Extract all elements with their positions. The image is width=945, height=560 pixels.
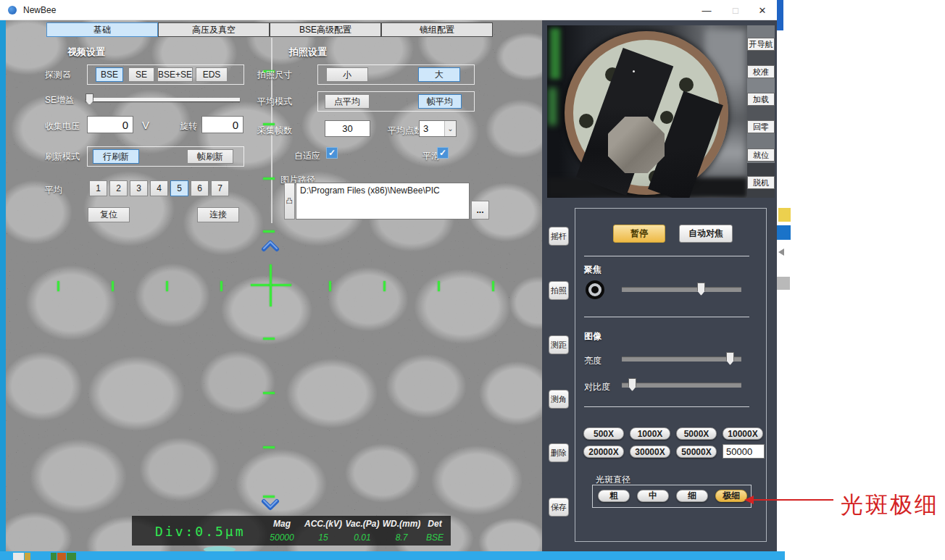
taskbar-icon[interactable] <box>25 553 30 560</box>
reticle-tick <box>166 281 168 291</box>
spot-medium-button[interactable]: 中 <box>637 490 669 502</box>
status-header: Vac.(Pa) <box>344 519 381 529</box>
taskbar-icon[interactable] <box>67 553 76 560</box>
stage-home-button[interactable]: 回零 <box>747 120 775 133</box>
autofocus-button[interactable]: 自动对焦 <box>679 225 733 243</box>
reticle-tick <box>112 281 114 291</box>
focus-label: 聚焦 <box>584 264 601 276</box>
spot-coarse-button[interactable]: 粗 <box>598 490 630 502</box>
stage-load-button[interactable]: 加载 <box>747 93 775 106</box>
frames-input[interactable] <box>325 120 370 137</box>
stage-calibrate-button[interactable]: 校准 <box>747 65 775 78</box>
refresh-frame-button[interactable]: 帧刷新 <box>187 149 233 164</box>
stage-nav-button[interactable]: 开导航 <box>747 38 775 51</box>
average-1-button[interactable]: 1 <box>89 180 107 196</box>
rotation-input[interactable] <box>201 116 243 133</box>
background-window-fragment <box>777 277 790 290</box>
se-gain-slider[interactable] <box>86 98 240 101</box>
chamber-camera-view <box>547 25 747 198</box>
avg-frame-button[interactable]: 帧平均 <box>418 94 462 109</box>
spot-fine-button[interactable]: 细 <box>676 490 708 502</box>
spot-extrafine-button[interactable]: 极细 <box>715 490 747 502</box>
background-window-fragment <box>777 225 791 240</box>
reticle-tick <box>263 338 275 340</box>
status-header: Det <box>422 519 448 529</box>
mag-500x-button[interactable]: 500X <box>583 427 624 440</box>
avg-point-button[interactable]: 点平均 <box>325 94 370 109</box>
brightness-label: 亮度 <box>584 355 601 367</box>
mag-5000x-button[interactable]: 5000X <box>676 427 717 440</box>
mag-20000x-button[interactable]: 20000X <box>583 446 624 458</box>
focus-slider[interactable] <box>622 287 741 292</box>
screen: NewBee — □ ✕ <box>0 0 945 560</box>
size-small-button[interactable]: 小 <box>326 67 368 82</box>
taskbar[interactable] <box>0 551 785 560</box>
measure-angle-button[interactable]: 测角 <box>549 390 569 409</box>
reset-button[interactable]: 复位 <box>88 207 130 222</box>
mag-50000x-button[interactable]: 50000X <box>676 446 717 458</box>
background-window-fragment <box>777 0 783 30</box>
average-6-button[interactable]: 6 <box>191 180 209 196</box>
mag-30000x-button[interactable]: 30000X <box>630 446 670 458</box>
connect-button[interactable]: 连接 <box>197 207 239 222</box>
minimize-button[interactable]: — <box>692 0 721 20</box>
stage-inplace-button[interactable]: 就位 <box>747 149 775 162</box>
average-2-button[interactable]: 2 <box>109 180 128 196</box>
average-5-button[interactable]: 5 <box>170 180 188 196</box>
mag-1000x-button[interactable]: 1000X <box>630 427 670 440</box>
tab-basic[interactable]: 基础 <box>46 22 158 37</box>
browse-button[interactable]: ... <box>471 201 489 220</box>
contrast-slider-thumb[interactable] <box>628 378 636 391</box>
mag-10000x-button[interactable]: 10000X <box>723 427 763 440</box>
refresh-line-button[interactable]: 行刷新 <box>93 149 139 164</box>
average-4-button[interactable]: 4 <box>150 180 168 196</box>
path-pin-icon[interactable]: 凸 <box>284 183 295 220</box>
reticle-tick <box>263 496 275 498</box>
delete-button[interactable]: 删除 <box>549 443 569 462</box>
collect-voltage-input[interactable] <box>87 116 133 133</box>
stage-offline-button[interactable]: 脱机 <box>747 176 775 189</box>
smooth-checkbox[interactable]: ✓ <box>437 147 449 159</box>
brightness-slider-thumb[interactable] <box>726 352 734 365</box>
tab-bse-advanced[interactable]: BSE高级配置 <box>270 22 381 37</box>
pause-button[interactable]: 暂停 <box>613 225 665 243</box>
detector-bse-se-button[interactable]: BSE+SE <box>157 67 193 82</box>
taskbar-icon[interactable] <box>57 553 66 560</box>
maximize-button[interactable]: □ <box>721 0 750 20</box>
tab-hv-vacuum[interactable]: 高压及真空 <box>158 22 270 37</box>
path-field[interactable]: D:\Program Files (x86)\NewBee\PIC <box>296 183 470 220</box>
average-3-button[interactable]: 3 <box>130 180 148 196</box>
contrast-label: 对比度 <box>584 381 610 393</box>
brightness-slider[interactable] <box>622 356 741 362</box>
capture-button[interactable]: 拍照 <box>549 281 569 300</box>
taskbar-icon[interactable] <box>13 553 24 560</box>
taskbar-icon[interactable] <box>51 553 57 560</box>
detector-bse-button[interactable]: BSE <box>96 67 123 82</box>
adaptive-checkbox[interactable]: ✓ <box>326 147 338 159</box>
scroll-up-chevron-icon[interactable] <box>261 240 280 252</box>
status-col-acc: ACC.(kV) 15 <box>303 519 344 543</box>
close-button[interactable]: ✕ <box>748 0 777 20</box>
points-select[interactable]: 3 ⌄ <box>419 120 457 137</box>
detector-se-button[interactable]: SE <box>128 67 154 82</box>
status-header: ACC.(kV) <box>303 519 344 529</box>
dropdown-arrow-icon[interactable]: ⌄ <box>444 121 456 136</box>
joystick-button[interactable]: 摇杆 <box>549 227 569 246</box>
focus-slider-thumb[interactable] <box>697 283 705 296</box>
mag-input[interactable] <box>723 444 765 459</box>
contrast-slider[interactable] <box>622 383 741 388</box>
save-button[interactable]: 保存 <box>549 498 569 517</box>
sem-viewport[interactable]: 基础 高压及真空 BSE高级配置 镜组配置 视频设置 探测器 BSE SE BS… <box>6 20 542 551</box>
tab-lens-config[interactable]: 镜组配置 <box>381 22 493 37</box>
collapse-arrow-icon[interactable] <box>778 248 784 256</box>
record-icon[interactable] <box>586 280 604 299</box>
reticle-tick <box>263 392 275 394</box>
status-value: 0.01 <box>344 532 381 543</box>
background-window-fragment <box>778 208 791 222</box>
scroll-down-chevron-icon[interactable] <box>261 498 280 511</box>
reticle-tick <box>329 281 331 291</box>
measure-dist-button[interactable]: 测距 <box>549 335 569 354</box>
size-large-button[interactable]: 大 <box>418 67 460 82</box>
average-7-button[interactable]: 7 <box>211 180 229 196</box>
detector-eds-button[interactable]: EDS <box>196 67 228 82</box>
